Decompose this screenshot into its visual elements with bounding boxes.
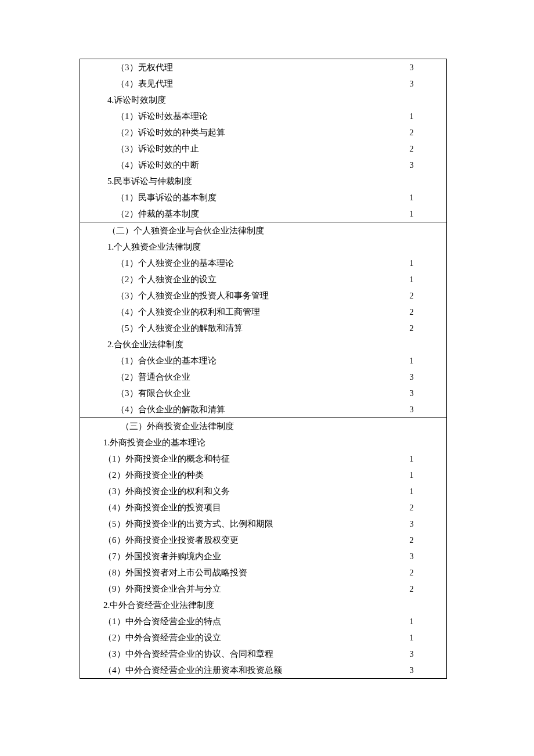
table-row: （6）外商投资企业投资者股权变更2	[80, 532, 446, 548]
row-text: （3）中外合资经营企业的协议、合同和章程	[80, 649, 377, 660]
outline-table: （3）无权代理3（4）表见代理34.诉讼时效制度（1）诉讼时效基本理论1（2）诉…	[80, 59, 447, 679]
table-row: （8）外国投资者对上市公司战略投资2	[80, 564, 446, 581]
row-text: （6）外商投资企业投资者股权变更	[80, 535, 377, 546]
table-row: （4）诉讼时效的中断3	[80, 157, 446, 173]
row-text: （2）中外合资经营企业的设立	[80, 632, 377, 643]
row-text: （3）个人独资企业的投资人和事务管理	[80, 290, 377, 301]
table-row: （2）仲裁的基本制度1	[80, 206, 446, 222]
table-row: （7）外国投资者并购境内企业3	[80, 548, 446, 564]
table-row: （1）中外合资经营企业的特点1	[80, 613, 446, 629]
row-text: （2）普通合伙企业	[80, 372, 377, 383]
row-number: 2	[377, 144, 446, 154]
row-text: 2.合伙企业法律制度	[80, 339, 377, 350]
table-row: （三）外商投资企业法律制度	[80, 418, 446, 434]
table-row: （3）无权代理3	[80, 59, 446, 75]
row-text: （4）表见代理	[80, 78, 377, 89]
row-number: 2	[377, 307, 446, 317]
row-number: 1	[377, 356, 446, 366]
row-text: 1.个人独资企业法律制度	[80, 242, 377, 253]
row-text: （4）个人独资企业的权利和工商管理	[80, 307, 377, 318]
row-number: 1	[377, 193, 446, 203]
row-number: 1	[377, 454, 446, 464]
row-number: 1	[377, 470, 446, 480]
row-text: （7）外国投资者并购境内企业	[80, 551, 377, 562]
row-text: （3）诉讼时效的中止	[80, 143, 377, 154]
row-text: 1.外商投资企业的基本理论	[80, 437, 377, 448]
row-text: （1）个人独资企业的基本理论	[80, 258, 377, 269]
row-text: （4）外商投资企业的投资项目	[80, 502, 377, 513]
row-text: （4）中外合资经营企业的注册资本和投资总额	[80, 665, 377, 676]
row-text: （2）仲裁的基本制度	[80, 208, 377, 219]
table-row: （1）民事诉讼的基本制度1	[80, 189, 446, 206]
table-row: 5.民事诉讼与仲裁制度	[80, 173, 446, 189]
table-row: （5）外商投资企业的出资方式、比例和期限3	[80, 516, 446, 532]
row-text: （3）有限合伙企业	[80, 388, 377, 399]
table-row: 2.合伙企业法律制度	[80, 336, 446, 352]
row-number: 2	[377, 503, 446, 513]
table-row: （5）个人独资企业的解散和清算2	[80, 320, 446, 336]
row-text: （二）个人独资企业与合伙企业法律制度	[80, 225, 377, 236]
row-text: （1）诉讼时效基本理论	[80, 111, 377, 122]
row-text: （4）合伙企业的解散和清算	[80, 404, 377, 415]
section-group: （二）个人独资企业与合伙企业法律制度1.个人独资企业法律制度（1）个人独资企业的…	[80, 222, 446, 418]
row-number: 2	[377, 323, 446, 333]
table-row: （1）外商投资企业的概念和特征1	[80, 451, 446, 467]
table-row: 1.个人独资企业法律制度	[80, 239, 446, 255]
table-row: （2）普通合伙企业3	[80, 369, 446, 385]
row-text: 4.诉讼时效制度	[80, 95, 377, 106]
table-row: （2）个人独资企业的设立1	[80, 271, 446, 287]
table-row: 1.外商投资企业的基本理论	[80, 434, 446, 451]
section-group: （三）外商投资企业法律制度1.外商投资企业的基本理论（1）外商投资企业的概念和特…	[80, 418, 446, 679]
row-text: （2）诉讼时效的种类与起算	[80, 127, 377, 138]
section-group: （3）无权代理3（4）表见代理34.诉讼时效制度（1）诉讼时效基本理论1（2）诉…	[80, 59, 446, 222]
table-row: （3）中外合资经营企业的协议、合同和章程3	[80, 646, 446, 662]
row-number: 1	[377, 633, 446, 643]
row-text: （1）外商投资企业的概念和特征	[80, 453, 377, 465]
table-row: 4.诉讼时效制度	[80, 92, 446, 108]
row-text: （1）合伙企业的基本理论	[80, 355, 377, 366]
row-number: 3	[377, 63, 446, 73]
row-text: 5.民事诉讼与仲裁制度	[80, 176, 377, 187]
row-text: （三）外商投资企业法律制度	[80, 421, 377, 432]
table-row: （3）诉讼时效的中止2	[80, 141, 446, 157]
row-text: （1）民事诉讼的基本制度	[80, 192, 377, 203]
table-row: （2）中外合资经营企业的设立1	[80, 629, 446, 646]
table-row: （2）外商投资企业的种类1	[80, 467, 446, 483]
row-number: 3	[377, 649, 446, 659]
row-text: （3）无权代理	[80, 62, 377, 73]
row-number: 1	[377, 617, 446, 627]
table-row: （二）个人独资企业与合伙企业法律制度	[80, 222, 446, 239]
row-text: （2）外商投资企业的种类	[80, 470, 377, 481]
row-number: 2	[377, 584, 446, 594]
row-text: （2）个人独资企业的设立	[80, 274, 377, 285]
row-number: 3	[377, 79, 446, 89]
table-row: （9）外商投资企业合并与分立2	[80, 581, 446, 597]
row-text: （3）外商投资企业的权利和义务	[80, 486, 377, 497]
row-number: 3	[377, 405, 446, 415]
row-number: 2	[377, 568, 446, 578]
table-row: （4）表见代理3	[80, 75, 446, 92]
table-row: （1）合伙企业的基本理论1	[80, 352, 446, 369]
row-text: （5）个人独资企业的解散和清算	[80, 323, 377, 334]
table-row: （3）有限合伙企业3	[80, 385, 446, 401]
table-row: （4）合伙企业的解散和清算3	[80, 401, 446, 417]
row-number: 1	[377, 487, 446, 496]
row-text: （5）外商投资企业的出资方式、比例和期限	[80, 519, 377, 530]
row-text: 2.中外合资经营企业法律制度	[80, 600, 377, 611]
row-number: 2	[377, 128, 446, 138]
row-text: （1）中外合资经营企业的特点	[80, 616, 377, 627]
row-number: 3	[377, 388, 446, 398]
row-text: （9）外商投资企业合并与分立	[80, 584, 377, 595]
table-row: （2）诉讼时效的种类与起算2	[80, 124, 446, 141]
table-row: 2.中外合资经营企业法律制度	[80, 597, 446, 613]
row-text: （8）外国投资者对上市公司战略投资	[80, 567, 377, 578]
table-row: （4）中外合资经营企业的注册资本和投资总额3	[80, 662, 446, 678]
row-number: 3	[377, 552, 446, 561]
row-number: 3	[377, 160, 446, 170]
row-number: 1	[377, 209, 446, 219]
table-row: （4）外商投资企业的投资项目2	[80, 499, 446, 516]
page: （3）无权代理3（4）表见代理34.诉讼时效制度（1）诉讼时效基本理论1（2）诉…	[0, 0, 534, 756]
row-number: 3	[377, 519, 446, 529]
row-number: 3	[377, 372, 446, 382]
row-number: 3	[377, 665, 446, 675]
